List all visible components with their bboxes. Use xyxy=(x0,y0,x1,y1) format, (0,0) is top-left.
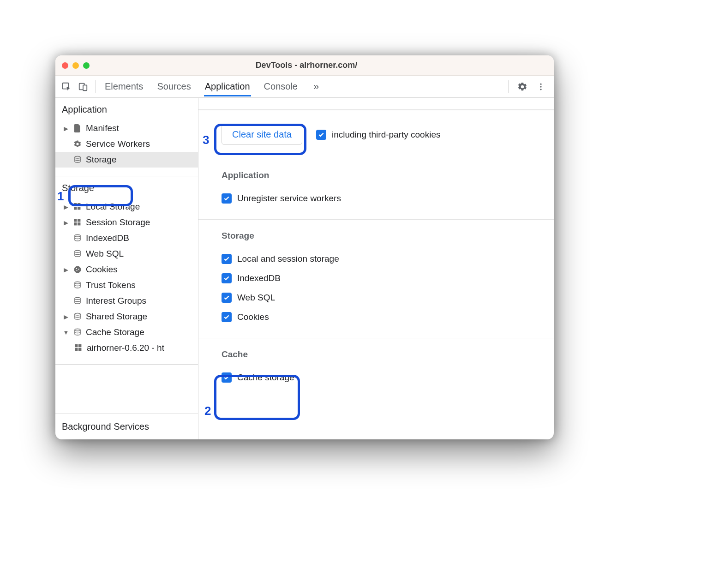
svg-point-5 xyxy=(540,89,541,90)
group-application: ApplicationUnregister service workers xyxy=(198,159,554,219)
sidebar-item-label: Service Workers xyxy=(86,139,150,149)
svg-point-18 xyxy=(76,268,77,269)
svg-point-22 xyxy=(75,298,80,300)
checkbox-checked-icon xyxy=(222,372,232,383)
tab-application[interactable]: Application xyxy=(204,77,251,96)
kebab-menu-icon[interactable] xyxy=(533,78,549,95)
checkbox-checked-icon xyxy=(316,130,326,140)
sidebar-item-manifest[interactable]: ▶ Manifest xyxy=(55,120,198,136)
sidebar-item-storage[interactable]: ▶ Storage xyxy=(55,152,198,168)
checkbox-label: Cookies xyxy=(237,312,269,322)
sidebar-item-cache-storage[interactable]: ▼Cache Storage xyxy=(55,324,198,340)
database-icon xyxy=(73,249,82,258)
svg-rect-25 xyxy=(75,344,78,347)
group-cache: CacheCache storage xyxy=(198,338,554,398)
checkbox-label: Web SQL xyxy=(237,293,275,303)
svg-rect-10 xyxy=(78,207,80,210)
sidebar-item-trust-tokens[interactable]: ▶Trust Tokens xyxy=(55,277,198,293)
window-title: DevTools - airhorner.com/ xyxy=(66,60,547,70)
sidebar-item-cache-entry[interactable]: airhorner-0.6.20 - ht xyxy=(55,340,198,356)
svg-rect-9 xyxy=(74,207,77,210)
clear-data-row: Clear site data including third-party co… xyxy=(198,110,554,159)
checkbox-label: IndexedDB xyxy=(237,273,281,283)
grid-icon xyxy=(74,343,83,353)
checkbox-checked-icon xyxy=(222,193,232,204)
tab-console[interactable]: Console xyxy=(263,77,299,96)
database-icon xyxy=(73,312,82,321)
svg-point-20 xyxy=(76,270,77,271)
sidebar-item-interest-groups[interactable]: ▶Interest Groups xyxy=(55,293,198,309)
checkbox-checked-icon xyxy=(222,312,232,322)
more-tabs-icon[interactable]: » xyxy=(311,81,322,93)
svg-point-4 xyxy=(540,86,541,87)
inspect-element-icon[interactable] xyxy=(58,78,75,95)
clear-site-data-button[interactable]: Clear site data xyxy=(222,124,302,145)
toolbar-separator xyxy=(95,80,96,93)
checkbox-label: Unregister service workers xyxy=(237,193,341,204)
devtools-window: DevTools - airhorner.com/ Elements Sourc… xyxy=(55,55,554,439)
grid-icon xyxy=(73,202,82,211)
chevron-right-icon: ▶ xyxy=(63,125,69,132)
gear-icon xyxy=(73,139,82,149)
third-party-cookies-checkbox[interactable]: including third-party cookies xyxy=(316,130,441,140)
sidebar-divider xyxy=(55,364,198,365)
sidebar-item-label: Manifest xyxy=(86,123,119,133)
tab-sources[interactable]: Sources xyxy=(156,77,192,96)
svg-point-19 xyxy=(78,269,79,270)
application-sidebar: Application ▶ Manifest ▶ Service Workers xyxy=(55,98,198,439)
sidebar-item-label: Cookies xyxy=(86,264,118,275)
checkbox-indexeddb[interactable]: IndexedDB xyxy=(222,269,545,288)
group-title: Cache xyxy=(222,349,545,360)
svg-point-6 xyxy=(75,156,80,159)
checkbox-unregister-service-workers[interactable]: Unregister service workers xyxy=(222,189,545,208)
sidebar-section-background-services[interactable]: Background Services xyxy=(55,414,198,439)
checkbox-label: Cache storage xyxy=(237,372,294,383)
panel-tabs: Elements Sources Application Console » xyxy=(99,77,504,96)
checkbox-local-and-session-storage[interactable]: Local and session storage xyxy=(222,249,545,269)
chevron-right-icon: ▶ xyxy=(63,313,69,320)
svg-rect-14 xyxy=(78,222,80,225)
sidebar-item-session-storage[interactable]: ▶Session Storage xyxy=(55,215,198,230)
svg-point-15 xyxy=(75,235,80,237)
toolbar-separator xyxy=(508,80,509,93)
svg-rect-8 xyxy=(78,203,80,206)
panel-header-spacer xyxy=(198,98,554,110)
panel-body: Application ▶ Manifest ▶ Service Workers xyxy=(55,98,554,439)
sidebar-item-local-storage[interactable]: ▶Local Storage xyxy=(55,199,198,215)
svg-rect-7 xyxy=(74,203,77,206)
svg-point-17 xyxy=(74,266,81,273)
devtools-toolbar: Elements Sources Application Console » xyxy=(55,76,554,98)
svg-rect-11 xyxy=(74,219,77,222)
checkbox-label: including third-party cookies xyxy=(332,130,441,140)
database-icon xyxy=(73,296,82,306)
sidebar-item-label: Trust Tokens xyxy=(86,280,136,290)
cookie-icon xyxy=(73,265,82,274)
database-icon xyxy=(73,328,82,337)
sidebar-item-label: IndexedDB xyxy=(86,233,129,243)
checkbox-web-sql[interactable]: Web SQL xyxy=(222,288,545,307)
checkbox-cache-storage[interactable]: Cache storage xyxy=(222,368,545,387)
checkbox-cookies[interactable]: Cookies xyxy=(222,307,545,327)
svg-rect-12 xyxy=(78,219,80,222)
chevron-right-icon: ▶ xyxy=(63,204,69,210)
database-icon xyxy=(73,155,82,164)
tab-elements[interactable]: Elements xyxy=(104,77,144,96)
sidebar-item-indexeddb[interactable]: ▶IndexedDB xyxy=(55,230,198,246)
group-title: Application xyxy=(222,170,545,180)
sidebar-item-web-sql[interactable]: ▶Web SQL xyxy=(55,246,198,262)
settings-gear-icon[interactable] xyxy=(514,78,531,95)
sidebar-section-storage: Storage xyxy=(55,176,198,199)
svg-rect-27 xyxy=(75,348,78,351)
sidebar-item-shared-storage[interactable]: ▶Shared Storage xyxy=(55,309,198,324)
sidebar-item-cookies[interactable]: ▶Cookies xyxy=(55,262,198,277)
window-titlebar: DevTools - airhorner.com/ xyxy=(55,55,554,76)
svg-point-23 xyxy=(75,313,80,316)
device-toolbar-icon[interactable] xyxy=(75,78,91,95)
chevron-down-icon: ▼ xyxy=(63,329,69,336)
chevron-right-icon: ▶ xyxy=(63,219,69,226)
database-icon xyxy=(73,234,82,243)
svg-rect-13 xyxy=(74,222,77,225)
sidebar-item-service-workers[interactable]: ▶ Service Workers xyxy=(55,136,198,152)
file-icon xyxy=(73,124,82,133)
svg-point-21 xyxy=(75,282,80,284)
